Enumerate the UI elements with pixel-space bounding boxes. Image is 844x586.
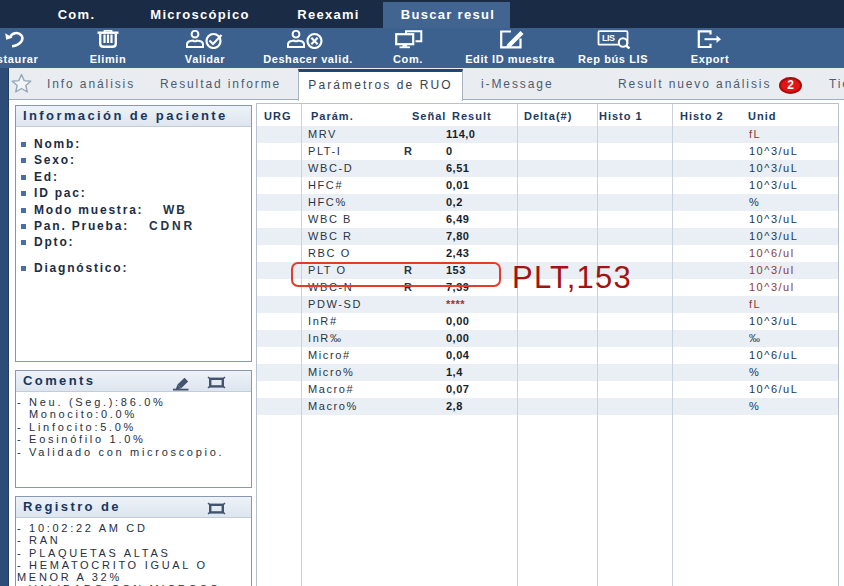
svg-text:LIS: LIS — [602, 32, 615, 42]
